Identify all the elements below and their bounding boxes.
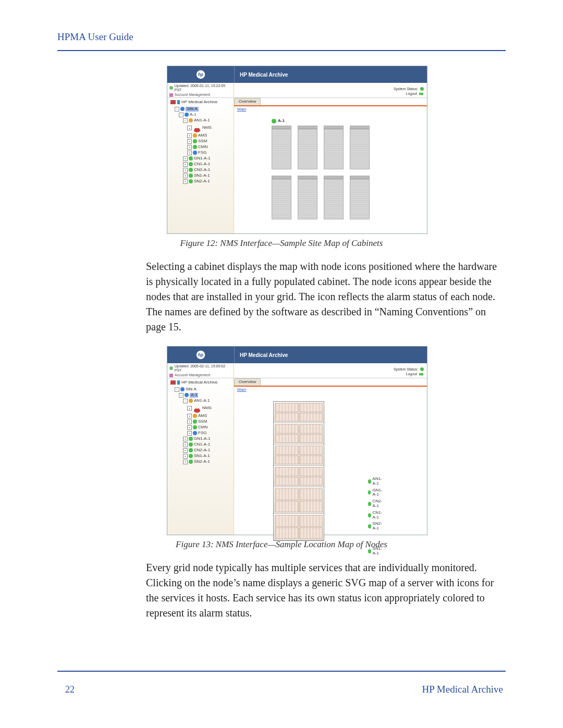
footer-brand: HP Medical Archive — [422, 684, 503, 695]
status-dot-icon — [420, 87, 424, 91]
collapse-icon[interactable]: − — [183, 399, 188, 403]
main-link[interactable]: Main — [237, 107, 246, 112]
expand-icon[interactable]: + — [183, 442, 188, 447]
node-label[interactable]: AN1-A-1 — [368, 477, 384, 486]
main-link[interactable]: Main — [237, 387, 246, 392]
tree-svc-fsg[interactable]: +FSG — [187, 150, 231, 156]
expand-icon[interactable]: + — [187, 431, 192, 436]
app-title: HP Medical Archive — [234, 66, 427, 83]
hp-logo: hp — [167, 347, 234, 363]
cabinet-slot[interactable] — [324, 176, 344, 219]
tree-root[interactable]: HP Medical Archive — [170, 100, 231, 105]
cabinet-slot[interactable] — [350, 176, 370, 219]
collapse-icon[interactable]: − — [175, 387, 179, 392]
tree-node-sn1[interactable]: +SN1-A-1 — [183, 173, 231, 179]
expand-icon[interactable]: + — [183, 437, 188, 441]
updated-text: Updated: 2005-01-11, 15:22:05 PST — [175, 84, 231, 92]
expand-icon[interactable]: + — [183, 448, 188, 453]
nav-tree[interactable]: HP Medical Archive −Site A −A-1 −AN1-A-1… — [167, 98, 234, 233]
node-icon — [189, 168, 193, 172]
tree-cabinet-label: A-1 — [190, 393, 198, 398]
tree-svc-ssm[interactable]: +SSM — [187, 139, 231, 144]
rack-block — [274, 402, 324, 423]
node-icon — [189, 179, 193, 183]
cabinet-slot[interactable] — [298, 126, 317, 169]
overview-tab[interactable]: Overview — [234, 378, 261, 386]
collapse-icon[interactable]: − — [179, 113, 183, 117]
tree-root[interactable]: HP Medical Archive — [170, 380, 231, 385]
tree-svc-cmn[interactable]: +CMN — [187, 144, 231, 150]
expand-icon[interactable]: + — [187, 126, 192, 130]
logout-label: Logout — [406, 92, 417, 96]
expand-icon[interactable]: + — [187, 414, 192, 418]
tree-cabinet[interactable]: −A-1 — [179, 112, 231, 118]
service-icon — [193, 419, 197, 424]
account-management-link[interactable]: Account Management — [169, 373, 231, 377]
cabinet-slot[interactable] — [272, 126, 291, 169]
tree-node-gn1[interactable]: +GN1-A-1 — [183, 156, 231, 162]
cabinet-slot[interactable] — [272, 176, 291, 219]
tree-site[interactable]: −Site A — [175, 387, 231, 392]
node-label[interactable]: SN1-A-1 — [368, 547, 384, 556]
tree-cabinet[interactable]: −A-1 — [179, 392, 231, 398]
account-management-link[interactable]: Account Management — [169, 93, 231, 97]
node-label[interactable]: SN2-A-1 — [368, 522, 384, 531]
expand-icon[interactable]: + — [183, 168, 188, 172]
tree-svc-cmn[interactable]: +CMN — [187, 425, 231, 430]
expand-icon[interactable]: + — [183, 460, 188, 464]
expand-icon[interactable]: + — [187, 145, 192, 150]
logout-link[interactable]: Logout — [406, 372, 424, 376]
tree-node-cn2[interactable]: +CN2-A-1 — [183, 448, 231, 453]
logout-label: Logout — [406, 372, 417, 376]
expand-icon[interactable]: + — [183, 454, 188, 459]
tree-svc-ams[interactable]: +AMS — [187, 413, 231, 419]
expand-icon[interactable]: + — [183, 179, 188, 184]
tree-site[interactable]: −Site A — [175, 106, 231, 112]
collapse-icon[interactable]: − — [179, 393, 183, 398]
node-label[interactable]: CN1-A-1 — [368, 511, 384, 520]
expand-icon[interactable]: + — [187, 151, 192, 155]
tree-svc-nms[interactable]: +NMS — [187, 124, 231, 133]
expand-icon[interactable]: + — [187, 133, 192, 138]
overview-tab[interactable]: Overview — [234, 98, 261, 105]
user-icon — [169, 93, 173, 97]
tree-svc-ams[interactable]: +AMS — [187, 133, 231, 139]
expand-icon[interactable]: + — [183, 162, 188, 167]
tree-node-cn1[interactable]: +CN1-A-1 — [183, 162, 231, 167]
service-icon — [193, 133, 197, 138]
rack-block — [274, 487, 324, 514]
tree-node-gn1[interactable]: +GN1-A-1 — [183, 436, 231, 442]
collapse-icon[interactable]: − — [175, 107, 179, 112]
expand-icon[interactable]: + — [187, 406, 192, 411]
account-mgmt-label: Account Management — [175, 93, 210, 97]
tree-node-cn1[interactable]: +CN1-A-1 — [183, 442, 231, 448]
node-label[interactable]: GN1-A-1 — [368, 488, 384, 498]
cabinet-map-label[interactable]: A-1 — [272, 119, 422, 124]
tree-svc-fsg[interactable]: +FSG — [187, 430, 231, 436]
expand-icon[interactable]: + — [187, 419, 192, 424]
tree-an[interactable]: −AN1-A-1 — [183, 398, 231, 404]
expand-icon[interactable]: + — [183, 156, 188, 161]
system-status: System Status: — [394, 87, 424, 91]
collapse-icon[interactable]: − — [183, 118, 188, 123]
tree-svc-ssm[interactable]: +SSM — [187, 419, 231, 425]
tree-root-label: HP Medical Archive — [181, 100, 217, 105]
expand-icon[interactable]: + — [183, 174, 188, 178]
nav-tree[interactable]: HP Medical Archive −Site A −A-1 −AN1-A-1… — [167, 378, 234, 535]
service-icon — [193, 425, 197, 429]
cabinet-slot[interactable] — [298, 176, 317, 219]
node-icon — [189, 156, 193, 161]
tree-node-sn2[interactable]: +SN2-A-1 — [183, 179, 231, 184]
cabinet-slot[interactable] — [324, 126, 344, 169]
tree-an[interactable]: −AN1-A-1 — [183, 118, 231, 124]
figure-13: hp HP Medical Archive Updated: 2005-02-1… — [167, 346, 427, 535]
tree-node-cn2[interactable]: +CN2-A-1 — [183, 167, 231, 173]
logout-link[interactable]: Logout — [406, 92, 424, 96]
tree-svc-nms[interactable]: +NMS — [187, 404, 231, 413]
node-label[interactable]: CN2-A-1 — [368, 499, 384, 509]
expand-icon[interactable]: + — [187, 425, 192, 430]
expand-icon[interactable]: + — [187, 139, 192, 144]
cabinet-slot[interactable] — [350, 126, 370, 169]
tree-node-sn2[interactable]: +SN2-A-1 — [183, 459, 231, 465]
tree-node-sn1[interactable]: +SN1-A-1 — [183, 453, 231, 459]
